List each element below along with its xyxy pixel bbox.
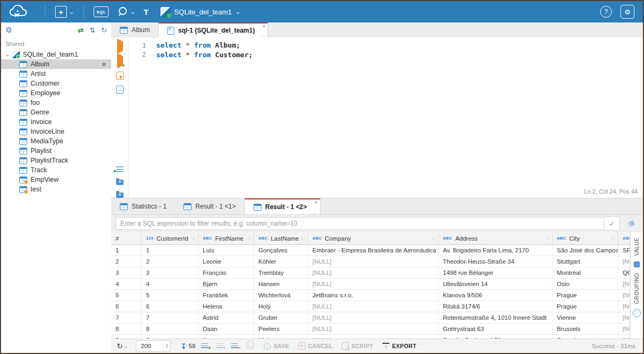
execution-log-button[interactable] xyxy=(116,166,124,172)
cell-customerid[interactable]: 3 xyxy=(142,267,198,278)
column-header-lastname[interactable]: ABCLastName↓↑ xyxy=(254,232,308,244)
sort-icon[interactable]: ↓↑ xyxy=(432,235,436,241)
new-object-button[interactable]: + ⌄ xyxy=(51,1,78,22)
sidebar-item[interactable]: MediaType ≡ xyxy=(1,136,111,146)
export-button[interactable]: ↑ EXPORT xyxy=(382,343,417,350)
cell-lastname[interactable]: Hansen xyxy=(254,279,308,289)
fetch-size-stepper[interactable]: ▲▼ xyxy=(136,340,170,352)
driver-manager-button[interactable]: ⌄ xyxy=(113,1,139,22)
cell-lastname[interactable]: Köhler xyxy=(254,256,308,267)
sync-connection-icon[interactable]: ⇄ xyxy=(78,26,83,34)
cell-address[interactable]: Grétrystraat 63 xyxy=(439,324,553,334)
cloudbeaver-logo[interactable] xyxy=(9,4,33,20)
column-header-customerid[interactable]: 123CustomerId↓↑ xyxy=(142,232,198,244)
cell-customerid[interactable]: 5 xyxy=(142,290,198,301)
cell-firstname[interactable]: Luís xyxy=(198,245,254,256)
cell-firstname[interactable]: Kara xyxy=(198,335,254,338)
cell-lastname[interactable]: Holý xyxy=(254,301,308,312)
save-button[interactable]: ↑ SAVE xyxy=(264,343,289,350)
cell-address[interactable]: Theodor-Heuss-Straße 34 xyxy=(439,256,553,267)
tab-sql-editor[interactable]: sql-1 (SQLite_del_team1) × … xyxy=(158,22,268,37)
row-number-cell[interactable]: 2 xyxy=(111,256,142,267)
cell-city[interactable]: Brussels xyxy=(553,324,618,334)
cell-clipped[interactable]: [NULL] xyxy=(618,290,630,301)
cell-lastname[interactable]: Gruber xyxy=(254,312,308,323)
cell-firstname[interactable]: Daan xyxy=(198,324,254,334)
script-button[interactable]: SCRIPT xyxy=(342,342,373,350)
cell-clipped[interactable]: [NULL] xyxy=(618,279,630,289)
column-header-city[interactable]: ABCCity↓↑ xyxy=(553,232,618,244)
revert-button[interactable] xyxy=(244,342,255,350)
cancel-button[interactable]: × CANCEL xyxy=(298,342,333,350)
refresh-results-button[interactable]: ↻⌄ xyxy=(117,342,128,350)
cell-customerid[interactable]: 6 xyxy=(142,301,198,312)
add-row-button[interactable] xyxy=(199,343,210,349)
execute-script-button[interactable] xyxy=(116,72,124,80)
cell-customerid[interactable]: 8 xyxy=(142,324,198,334)
cell-company[interactable]: [NULL] xyxy=(308,324,439,334)
stepper-arrows[interactable]: ▲▼ xyxy=(163,343,170,349)
help-button[interactable]: ? xyxy=(600,6,612,18)
duplicate-row-button[interactable] xyxy=(214,343,225,349)
cell-clipped[interactable]: [NULL] xyxy=(618,324,630,334)
close-icon[interactable]: × xyxy=(263,24,266,29)
row-number-cell[interactable]: 6 xyxy=(111,301,142,312)
cell-address[interactable]: Sønder Boulevard 51 xyxy=(439,335,553,338)
tab-statistics[interactable]: Statistics - 1 xyxy=(111,198,175,214)
delete-row-button[interactable] xyxy=(229,343,240,349)
cell-lastname[interactable]: Peeters xyxy=(254,324,308,334)
cell-city[interactable]: Vienne xyxy=(553,312,618,323)
cell-firstname[interactable]: Astrid xyxy=(198,312,254,323)
column-header-firstname[interactable]: ABCFirstName↓↑ xyxy=(198,232,254,244)
cell-firstname[interactable]: François xyxy=(198,267,254,278)
clear-filter-icon[interactable] xyxy=(627,220,635,227)
tab-result-1[interactable]: Result - 1 <1> xyxy=(175,198,244,214)
sidebar-item[interactable]: test ≡ xyxy=(1,184,111,194)
settings-button[interactable]: ⚙ xyxy=(620,5,634,19)
cell-clipped[interactable]: SP xyxy=(618,245,630,256)
apply-filter-button[interactable]: ✓ xyxy=(604,217,620,230)
open-file-button[interactable] xyxy=(116,180,124,185)
sidebar-item[interactable]: EmpView ≡ xyxy=(1,175,111,184)
cell-address[interactable]: 1498 rue Bélanger xyxy=(439,267,553,278)
execute-new-tab-button[interactable] xyxy=(117,56,123,66)
cell-city[interactable]: Stuttgart xyxy=(553,256,618,267)
cell-address[interactable]: Ullevålsveien 14 xyxy=(439,279,553,289)
sidebar-item[interactable]: InvoiceLine ≡ xyxy=(1,127,111,136)
tab-value[interactable]: VALUE xyxy=(634,237,640,256)
cell-lastname[interactable]: Wichterlová xyxy=(254,290,308,301)
sort-icon[interactable]: ↓↑ xyxy=(301,235,305,241)
cell-firstname[interactable]: František xyxy=(198,290,254,301)
sidebar-item[interactable]: foo ≡ xyxy=(1,98,111,107)
cell-city[interactable]: Montréal xyxy=(553,267,618,278)
row-number-cell[interactable]: 9 xyxy=(111,335,142,338)
sql-editor-button[interactable]: SQL xyxy=(89,1,113,22)
tab-grouping[interactable]: GROUPING xyxy=(634,273,640,304)
close-icon[interactable]: × xyxy=(315,199,318,205)
column-header-company[interactable]: ABCCompany↓↑ xyxy=(308,232,439,244)
cell-clipped[interactable]: [NULL] xyxy=(618,312,630,323)
save-file-button[interactable] xyxy=(116,193,124,198)
item-menu-icon[interactable]: ≡ xyxy=(102,60,106,68)
cell-clipped[interactable]: QC xyxy=(618,267,630,278)
column-header-address[interactable]: ABCAddress↓↑ xyxy=(439,232,553,244)
column-header-clipped[interactable]: ABC xyxy=(618,232,630,244)
cell-clipped[interactable]: [NULL] xyxy=(618,335,630,338)
sidebar-item[interactable]: Invoice ≡ xyxy=(1,117,111,127)
cell-customerid[interactable]: 2 xyxy=(142,256,198,267)
sidebar-item[interactable]: Album ≡ xyxy=(1,59,111,69)
cell-address[interactable]: Klanova 9/506 xyxy=(439,290,553,301)
sort-icon[interactable]: ↓↑ xyxy=(247,235,251,241)
sql-code-area[interactable]: select*fromAlbum; select*fromCustomer; xyxy=(156,37,643,189)
cell-clipped[interactable]: [NULL] xyxy=(618,301,630,312)
cell-lastname[interactable]: Gonçalves xyxy=(254,245,308,256)
cell-firstname[interactable]: Leonie xyxy=(198,256,254,267)
sidebar-item[interactable]: Track ≡ xyxy=(1,165,111,175)
cell-lastname[interactable]: Nielsen xyxy=(254,335,308,338)
cell-clipped[interactable]: [NULL] xyxy=(618,256,630,267)
cell-city[interactable]: Prague xyxy=(553,301,618,312)
cell-address[interactable]: Rilská 3174/6 xyxy=(439,301,553,312)
cell-customerid[interactable]: 4 xyxy=(142,279,198,289)
execute-query-button[interactable] xyxy=(117,42,123,51)
sidebar-item[interactable]: Genre ≡ xyxy=(1,107,111,117)
